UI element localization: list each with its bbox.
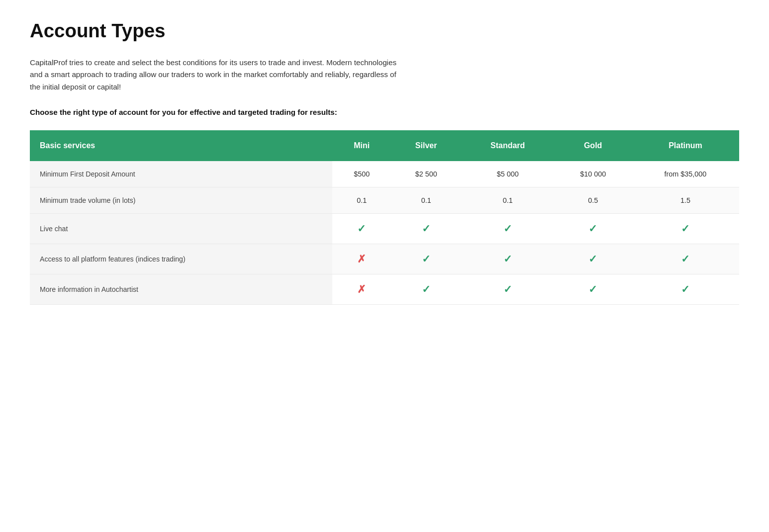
table-row: More information in Autochartist✗✓✓✓✓ [30,274,739,304]
table-header-basic-services: Basic services [30,130,332,161]
table-cell-value: ✓ [332,213,391,244]
check-icon: ✓ [503,223,512,234]
check-icon: ✓ [422,283,431,295]
table-header-platinum: Platinum [632,130,739,161]
table-cell-value: ✓ [461,274,554,304]
table-cell-value: 0.1 [332,187,391,213]
cross-icon: ✗ [357,283,366,295]
check-icon: ✓ [681,253,690,265]
table-header-gold: Gold [554,130,631,161]
check-icon: ✓ [422,253,431,265]
table-cell-value: ✗ [332,244,391,274]
table-cell-value: ✓ [632,213,739,244]
page-subtitle: Choose the right type of account for you… [30,108,739,116]
check-icon: ✓ [681,223,690,234]
check-icon: ✓ [357,223,366,234]
table-cell-label: Minimum First Deposit Amount [30,161,332,187]
table-cell-value: from $35,000 [632,161,739,187]
table-header-mini: Mini [332,130,391,161]
table-cell-label: More information in Autochartist [30,274,332,304]
table-cell-value: $5 000 [461,161,554,187]
page-title: Account Types [30,20,739,42]
table-cell-value: 0.5 [554,187,631,213]
check-icon: ✓ [681,283,690,295]
table-cell-value: ✓ [554,213,631,244]
check-icon: ✓ [588,223,597,234]
page-description: CapitalProf tries to create and select t… [30,57,408,93]
table-header-silver: Silver [391,130,461,161]
table-header-standard: Standard [461,130,554,161]
table-cell-label: Live chat [30,213,332,244]
table-cell-value: ✓ [632,244,739,274]
table-cell-value: ✓ [554,244,631,274]
table-cell-label: Access to all platform features (indices… [30,244,332,274]
table-header-row: Basic servicesMiniSilverStandardGoldPlat… [30,130,739,161]
check-icon: ✓ [503,253,512,265]
table-row: Minimum trade volume (in lots)0.10.10.10… [30,187,739,213]
table-cell-value: ✓ [632,274,739,304]
check-icon: ✓ [588,283,597,295]
table-cell-value: 1.5 [632,187,739,213]
account-types-table-wrapper: Basic servicesMiniSilverStandardGoldPlat… [30,130,739,305]
table-cell-label: Minimum trade volume (in lots) [30,187,332,213]
table-row: Access to all platform features (indices… [30,244,739,274]
table-cell-value: 0.1 [461,187,554,213]
table-cell-value: $500 [332,161,391,187]
table-cell-value: ✓ [391,244,461,274]
table-cell-value: ✓ [461,213,554,244]
table-cell-value: $2 500 [391,161,461,187]
table-row: Minimum First Deposit Amount$500$2 500$5… [30,161,739,187]
table-cell-value: 0.1 [391,187,461,213]
table-cell-value: $10 000 [554,161,631,187]
check-icon: ✓ [422,223,431,234]
table-cell-value: ✓ [391,213,461,244]
table-cell-value: ✓ [461,244,554,274]
table-body: Minimum First Deposit Amount$500$2 500$5… [30,161,739,305]
account-types-table: Basic servicesMiniSilverStandardGoldPlat… [30,130,739,305]
table-cell-value: ✓ [554,274,631,304]
cross-icon: ✗ [357,253,366,265]
check-icon: ✓ [503,283,512,295]
table-cell-value: ✓ [391,274,461,304]
table-cell-value: ✗ [332,274,391,304]
check-icon: ✓ [588,253,597,265]
table-row: Live chat✓✓✓✓✓ [30,213,739,244]
